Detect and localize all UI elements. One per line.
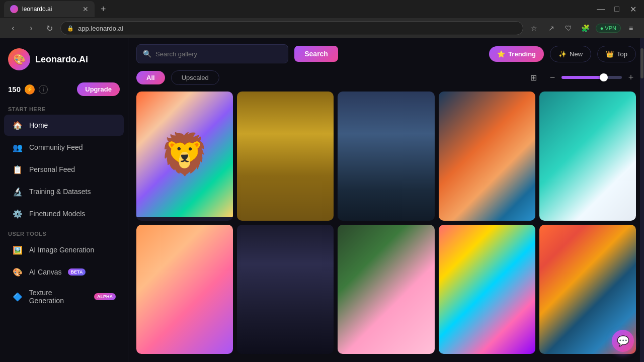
sidebar-item-ai-image[interactable]: 🖼️ AI Image Generation [4,239,124,260]
top-label: Top [617,50,627,58]
active-tab[interactable]: leonardo.ai ✕ [4,1,95,17]
tab-close-button[interactable]: ✕ [83,5,89,13]
item-option-19[interactable]: ⊞ [544,230,560,246]
user-avatar[interactable]: 🎨 [8,48,30,70]
filter-all-button[interactable]: All [136,71,165,84]
zoom-plus-button[interactable]: + [626,72,636,83]
chat-bubble-button[interactable]: 💬 [612,330,634,352]
top-crown-icon: 👑 [606,50,614,58]
sidebar-item-personal-feed[interactable]: 📋 Personal Feed [4,159,124,180]
item-option-13[interactable]: ⊞ [242,230,258,246]
credits-info-icon[interactable]: i [39,85,48,94]
new-label: New [570,50,583,58]
item-option-18[interactable]: ⊗ [463,230,479,246]
gallery-item-9[interactable]: ⊞ ⊗ ⤢ [439,225,535,354]
trending-label: Trending [508,50,536,58]
back-button[interactable]: ‹ [6,21,20,35]
address-input[interactable]: 🔒 app.leonardo.ai [60,21,523,35]
item-option-17[interactable]: ⊞ [444,230,460,246]
new-sparkle-icon: ✨ [558,50,567,58]
item-option-6[interactable]: ⊗ [362,97,378,113]
gallery-grid: ⊞ ⊗ ⤢ ⊞ ⊗ ⤢ ⊞ ⊗ [128,92,644,362]
trending-button[interactable]: ⭐ Trending [489,46,544,62]
item-option-1[interactable]: ⊞ [141,97,157,113]
upgrade-button[interactable]: Upgrade [77,82,120,96]
sidebar-item-home-label: Home [29,121,48,129]
gallery-item-3[interactable]: ⊞ ⊗ ⤢ [338,92,434,221]
sidebar-item-ai-image-label: AI Image Generation [29,246,94,254]
grid-view-button[interactable]: ⊞ [525,69,541,85]
top-button[interactable]: 👑 Top [597,46,636,62]
scroll-thumb[interactable] [640,48,643,78]
item-option-4[interactable]: ⊗ [261,97,277,113]
address-bar: ‹ › ↻ 🔒 app.leonardo.ai ☆ ↗ 🛡 🧩 ● VPN ≡ [0,18,644,38]
item-expand-6[interactable]: ⤢ [212,230,228,246]
item-option-20[interactable]: ⊗ [564,230,580,246]
credits-icon: ⚡ [25,84,35,95]
search-button[interactable]: Search [294,46,338,62]
beta-badge: BETA [68,268,86,276]
zoom-minus-button[interactable]: − [547,72,557,83]
item-option-8[interactable]: ⊗ [463,97,479,113]
gallery-item-5[interactable]: ⊞ ⊗ ⤢ [539,92,636,221]
gallery-item-8[interactable]: ⊞ ⊗ ⤢ [338,225,434,354]
sidebar-item-ai-canvas[interactable]: 🎨 AI Canvas BETA [4,261,124,283]
item-expand-7[interactable]: ⤢ [312,230,329,246]
item-expand-9[interactable]: ⤢ [514,230,530,246]
gallery-item-4[interactable]: ⊞ ⊗ ⤢ [439,92,535,221]
gallery-item-1[interactable]: ⊞ ⊗ ⤢ [136,92,233,221]
item-option-7[interactable]: ⊞ [444,97,460,113]
item-option-5[interactable]: ⊞ [343,97,359,113]
sidebar-item-training[interactable]: 🔬 Training & Datasets [4,181,124,202]
extensions-icon[interactable]: 🧩 [579,21,593,35]
new-button[interactable]: ✨ New [550,46,591,62]
item-option-12[interactable]: ⊗ [160,230,177,246]
item-option-9[interactable]: ⊞ [544,97,560,113]
item-expand-3[interactable]: ⤢ [414,97,430,113]
maximize-button[interactable]: □ [610,2,624,16]
search-container: 🔍 [136,44,288,63]
item-option-16[interactable]: ⊗ [362,230,378,246]
menu-icon[interactable]: ≡ [624,21,638,35]
item-option-15[interactable]: ⊞ [343,230,359,246]
gallery-item-6[interactable]: ⊞ ⊗ ⤢ [136,225,233,354]
sidebar: 🎨 Leonardo.Ai 150 ⚡ i Upgrade Start Here… [0,38,128,362]
gallery-item-7[interactable]: ⊞ ⊗ ⤢ [237,225,334,354]
sidebar-item-home[interactable]: 🏠 Home [4,115,124,136]
filter-upscaled-button[interactable]: Upscaled [171,70,219,85]
item-expand-2[interactable]: ⤢ [312,97,329,113]
community-icon: 👥 [12,142,23,153]
reload-button[interactable]: ↻ [42,21,56,35]
sidebar-item-finetuned[interactable]: ⚙️ Finetuned Models [4,203,124,224]
item-option-3[interactable]: ⊞ [242,97,258,113]
close-window-button[interactable]: ✕ [626,2,640,16]
item-option-2[interactable]: ⊗ [160,97,177,113]
new-tab-button[interactable]: + [97,4,110,15]
personal-feed-icon: 📋 [12,164,23,175]
search-input[interactable] [155,50,282,58]
item-expand-4[interactable]: ⤢ [514,97,530,113]
minimize-button[interactable]: — [594,2,608,16]
item-option-10[interactable]: ⊗ [564,97,580,113]
item-expand-10[interactable]: ⤢ [615,230,631,246]
sidebar-item-texture[interactable]: 🔷 Texture Generation ALPHA [4,284,124,310]
forward-button[interactable]: › [24,21,38,35]
item-expand-1[interactable]: ⤢ [212,97,228,113]
ai-image-icon: 🖼️ [12,244,23,255]
item-option-11[interactable]: ⊞ [141,230,157,246]
user-tools-label: User Tools [0,225,128,239]
item-option-14[interactable]: ⊗ [261,230,277,246]
shield-icon[interactable]: 🛡 [561,21,576,35]
zoom-thumb [600,73,608,81]
gallery-item-2[interactable]: ⊞ ⊗ ⤢ [237,92,334,221]
sidebar-item-texture-label: Texture Generation [29,289,88,305]
sidebar-item-community-feed[interactable]: 👥 Community Feed [4,137,124,158]
vpn-badge: ● VPN [596,24,621,33]
training-icon: 🔬 [12,186,23,197]
share-icon[interactable]: ↗ [544,21,558,35]
bookmark-icon[interactable]: ☆ [527,21,541,35]
item-expand-5[interactable]: ⤢ [615,97,631,113]
sidebar-item-training-label: Training & Datasets [29,188,91,196]
item-expand-8[interactable]: ⤢ [414,230,430,246]
zoom-slider[interactable] [561,76,622,79]
